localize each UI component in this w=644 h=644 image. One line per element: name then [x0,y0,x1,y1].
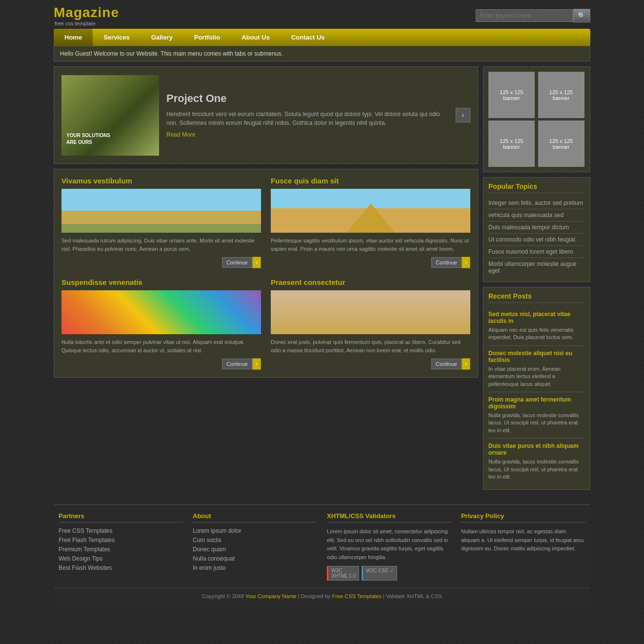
topic-4[interactable]: Ut commodo odio vel nibh feugiat [488,234,585,246]
article-1-arrow-icon[interactable]: › [252,257,261,268]
validator-badges: W3C XHTML 1.0 W3C CSS ✓ [327,566,451,581]
banner-4[interactable]: 125 x 125banner [538,121,584,167]
footer-link-bestflash[interactable]: Best Flash Websites [59,564,112,571]
footer-validators-text: Lorem ipsum dolor sit amet, consectetur … [327,527,451,562]
slide-text: Project One Hendrerit tincidunt vero vel… [166,92,448,138]
sidebar: 125 x 125banner 125 x 125banner 125 x 12… [483,66,590,495]
footer-validators-title: XHTML/CSS Validators [327,512,451,523]
article-3-image [61,290,261,334]
article-2-body: Pellentesque sagittis vestibulum ipsum, … [271,237,470,253]
article-1: Vivamus vestibulum Sed malesuada rutrum … [59,174,263,271]
xhtml-badge-label: W3C [331,568,342,573]
footer: Partners Free CSS Templates Free Flash T… [54,504,590,606]
footer-link-webdesign[interactable]: Web Design Tips [59,555,103,562]
main-nav: Home Services Gallery Portfolio About Us… [54,29,590,46]
footer-link-flash[interactable]: Free Flash Templates [59,537,115,543]
nav-services[interactable]: Services [93,29,141,46]
article-1-body: Sed malesuada rutrum adipiscing. Duis vi… [61,237,261,253]
popular-topics-box: Popular Topics Integer sem felis, auctor… [483,177,590,282]
footer-partners: Partners Free CSS Templates Free Flash T… [59,512,183,580]
article-4-continue: Continue › [271,358,470,370]
search-box: 🔍 [476,9,590,22]
article-4-arrow-icon[interactable]: › [462,358,470,370]
nav-home[interactable]: Home [54,29,93,46]
recent-post-1: Sed metus nisl, placerat vitae iaculis i… [488,307,585,346]
recent-post-2: Donec molestie aliquet nisi eu facilisis… [488,346,585,392]
slide-body: Hendrerit tincidunt vero vel eorum clari… [166,110,448,127]
topic-6[interactable]: Morbi ullamcorper molestie augue eget [488,258,585,277]
content-wrapper: Project One Hendrerit tincidunt vero vel… [54,66,590,495]
article-1-title: Vivamus vestibulum [61,177,261,185]
nav-about[interactable]: About Us [231,29,281,46]
article-2-title: Fusce quis diam sit [271,177,470,185]
designed-by-link[interactable]: Free CSS Templates [332,593,382,599]
article-4-title: Praesent consectetur [271,278,470,286]
footer-about-title: About [193,512,317,523]
article-4-continue-link[interactable]: Continue [431,359,462,369]
footer-link-premium[interactable]: Premium Templates [59,546,110,553]
article-3-continue: Continue › [61,358,261,370]
footer-columns: Partners Free CSS Templates Free Flash T… [54,512,590,587]
article-3-continue-link[interactable]: Continue [222,359,252,369]
nav-portfolio[interactable]: Portfolio [183,29,231,46]
topic-3[interactable]: Duis malesuada tempor dictum [488,221,585,234]
topic-5[interactable]: Fusce euismod lorem eget libero [488,246,585,258]
footer-link-css[interactable]: Free CSS Templates [59,527,113,534]
banner-1[interactable]: 125 x 125banner [488,72,535,118]
recent-post-1-excerpt: Aliquam nec est quis felis venenatis imp… [488,326,585,342]
footer-partners-title: Partners [59,512,183,523]
footer-partners-list: Free CSS Templates Free Flash Templates … [59,527,183,571]
footer-link-5: Best Flash Websites [59,564,183,571]
recent-post-4-title[interactable]: Duis vitae purus et nibh aliquam ornare [488,443,585,456]
article-1-image [61,189,261,233]
nav-contact[interactable]: Contact Us [281,29,336,46]
welcome-bar: Hello Guest! Welcome to our Website. Thi… [54,46,590,61]
article-3-body: Nulla lobortis ante et odio semper pulvi… [61,338,261,354]
article-2: Fusce quis diam sit Pellentesque sagitti… [268,174,473,271]
footer-privacy-title: Privacy Policy [461,512,585,523]
recent-post-3-excerpt: Nulla gravida, lacus molestie convallis … [488,412,585,434]
recent-post-2-excerpt: In vitae placerat enim. Aenean elementum… [488,365,585,388]
article-2-continue: Continue › [271,257,470,268]
slide-next-button[interactable]: › [456,108,470,122]
article-3-arrow-icon[interactable]: › [252,358,261,370]
banner-grid: 125 x 125banner 125 x 125banner 125 x 12… [483,66,590,172]
recent-post-2-title[interactable]: Donec molestie aliquet nisi eu facilisis [488,350,585,363]
article-1-continue-link[interactable]: Continue [222,257,252,268]
read-more-link[interactable]: Read More [166,131,195,138]
search-button[interactable]: 🔍 [573,9,590,22]
site-subtitle: free css template [55,20,119,26]
banner-2[interactable]: 125 x 125banner [538,72,584,118]
footer-about-3: Donec quam [193,546,317,553]
footer-link-3: Premium Templates [59,546,183,553]
topic-2[interactable]: vehicula quis malesuada sed [488,209,585,221]
footer-privacy: Privacy Policy Nullam ultrices tempor ni… [461,512,585,580]
popular-topics-title: Popular Topics [488,182,585,193]
banner-3[interactable]: 125 x 125banner [488,121,535,167]
search-input[interactable] [476,9,573,22]
main-content: Project One Hendrerit tincidunt vero vel… [54,66,478,495]
recent-posts-title: Recent Posts [488,292,585,303]
nav-gallery[interactable]: Gallery [141,29,183,46]
footer-privacy-text: Nullam ultrices tempor nisl, ac egestas … [461,527,585,553]
article-3-title: Suspendisse venenatis [61,278,261,286]
footer-link-2: Free Flash Templates [59,537,183,543]
topic-1[interactable]: Integer sem felis, auctor sed pretium [488,197,585,209]
slide-title: Project One [166,92,448,105]
xhtml-version-label: XHTML 1.0 [331,573,356,579]
logo: Magazine free css template [54,5,119,26]
xhtml-badge[interactable]: W3C XHTML 1.0 [327,566,359,581]
article-4-image [271,290,470,334]
recent-post-3: Proin magna amet fermentum dignissim Nul… [488,392,585,439]
welcome-text: Hello Guest! Welcome to our Website. Thi… [60,50,283,57]
article-2-arrow-icon[interactable]: › [462,257,470,268]
designed-by-text: | Designed by [298,593,331,599]
recent-post-1-title[interactable]: Sed metus nisl, placerat vitae iaculis i… [488,311,585,324]
article-2-continue-link[interactable]: Continue [431,257,462,268]
article-2-image [271,189,470,233]
css-badge-label: W3C CSS ✓ [366,568,393,573]
css-badge[interactable]: W3C CSS ✓ [362,566,397,581]
article-1-continue: Continue › [61,257,261,268]
company-link[interactable]: Your Company Name [245,593,297,599]
recent-post-3-title[interactable]: Proin magna amet fermentum dignissim [488,396,585,410]
